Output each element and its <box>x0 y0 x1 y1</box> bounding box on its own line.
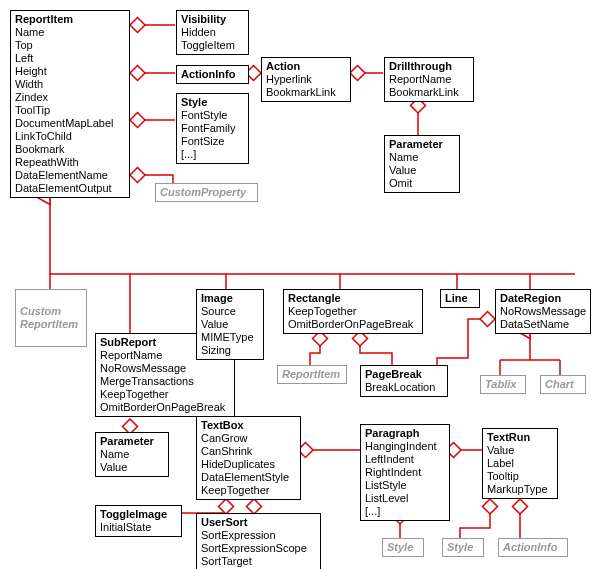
field: Omit <box>389 177 455 190</box>
class-textbox: TextBox CanGrow CanShrink HideDuplicates… <box>196 416 301 500</box>
class-chart: Chart <box>540 375 586 394</box>
field: Top <box>15 39 125 52</box>
field: Tooltip <box>487 470 553 483</box>
field: Label <box>487 457 553 470</box>
class-title: Visibility <box>181 13 244 26</box>
field: OmitBorderOnPageBreak <box>288 318 418 331</box>
class-tablix: Tablix <box>480 375 526 394</box>
field: RightIndent <box>365 466 445 479</box>
field: HangingIndent <box>365 440 445 453</box>
class-title: ActionInfo <box>181 68 244 81</box>
class-drillthrough: Drillthrough ReportName BookmarkLink <box>384 57 474 102</box>
class-reportitem: ReportItem Name Top Left Height Width Zi… <box>10 10 130 198</box>
class-title: ReportItem <box>282 368 342 381</box>
field: SortExpressionScope <box>201 542 316 555</box>
class-title: Paragraph <box>365 427 445 440</box>
class-textrun: TextRun Value Label Tooltip MarkupType <box>482 428 558 499</box>
field: NoRowsMessage <box>500 305 586 318</box>
field: Hidden <box>181 26 244 39</box>
field: SortTarget <box>201 555 316 568</box>
field: ListStyle <box>365 479 445 492</box>
class-title: Action <box>266 60 346 73</box>
class-title: Parameter <box>100 435 164 448</box>
class-title: Line <box>445 292 475 305</box>
field: Width <box>15 78 125 91</box>
class-title: Parameter <box>389 138 455 151</box>
class-usersort: UserSort SortExpression SortExpressionSc… <box>196 513 321 569</box>
class-actioninfo-ref: ActionInfo <box>498 538 568 557</box>
field: DataElementName <box>15 169 125 182</box>
class-actioninfo: ActionInfo <box>176 65 249 84</box>
field: Value <box>487 444 553 457</box>
field: Left <box>15 52 125 65</box>
class-title: ToggleImage <box>100 508 177 521</box>
field: BookmarkLink <box>266 86 346 99</box>
class-style-ref2: Style <box>442 538 484 557</box>
class-title: Tablix <box>485 378 521 391</box>
field: Source <box>201 305 259 318</box>
class-visibility: Visibility Hidden ToggleItem <box>176 10 249 55</box>
field: MIMEType <box>201 331 259 344</box>
field: MergeTransactions <box>100 375 230 388</box>
class-style: Style FontStyle FontFamily FontSize [...… <box>176 93 249 164</box>
class-line: Line <box>440 289 480 308</box>
field: InitialState <box>100 521 177 534</box>
field: NoRowsMessage <box>100 362 230 375</box>
field: DataElementStyle <box>201 471 296 484</box>
field: ListLevel <box>365 492 445 505</box>
field: DocumentMapLabel <box>15 117 125 130</box>
field: MarkupType <box>487 483 553 496</box>
class-image: Image Source Value MIMEType Sizing <box>196 289 264 360</box>
class-paragraph: Paragraph HangingIndent LeftIndent Right… <box>360 424 450 521</box>
field: Zindex <box>15 91 125 104</box>
field: [...] <box>365 505 445 518</box>
class-title: TextRun <box>487 431 553 444</box>
field: LeftIndent <box>365 453 445 466</box>
field: RepeathWith <box>15 156 125 169</box>
field: BreakLocation <box>365 381 443 394</box>
field: ToolTip <box>15 104 125 117</box>
field: Value <box>100 461 164 474</box>
class-title: Style <box>181 96 244 109</box>
class-title: Style <box>447 541 479 554</box>
class-reportitem-ref: ReportItem <box>277 365 347 384</box>
class-parameter-sub: Parameter Name Value <box>95 432 169 477</box>
field: Height <box>15 65 125 78</box>
field: LinkToChild <box>15 130 125 143</box>
field: Value <box>201 318 259 331</box>
class-title: ActionInfo <box>503 541 563 554</box>
field: Hyperlink <box>266 73 346 86</box>
field: ToggleItem <box>181 39 244 52</box>
field: CanShrink <box>201 445 296 458</box>
class-title: UserSort <box>201 516 316 529</box>
class-custom-reportitem: Custom ReportItem <box>15 289 87 347</box>
field: KeepTogether <box>201 484 296 497</box>
field: FontSize <box>181 135 244 148</box>
class-title: Drillthrough <box>389 60 469 73</box>
class-title: CustomProperty <box>160 186 253 199</box>
field: Value <box>389 164 455 177</box>
field: KeepTogether <box>100 388 230 401</box>
field: [...] <box>181 148 244 161</box>
class-title: DateRegion <box>500 292 586 305</box>
field: DataSetName <box>500 318 586 331</box>
class-rectangle: Rectangle KeepTogether OmitBorderOnPageB… <box>283 289 423 334</box>
class-title: Image <box>201 292 259 305</box>
class-title: Chart <box>545 378 581 391</box>
field: Bookmark <box>15 143 125 156</box>
field: BookmarkLink <box>389 86 469 99</box>
field: DataElementOutput <box>15 182 125 195</box>
class-title: Rectangle <box>288 292 418 305</box>
field: Name <box>15 26 125 39</box>
class-dateregion: DateRegion NoRowsMessage DataSetName <box>495 289 591 334</box>
class-customproperty: CustomProperty <box>155 183 258 202</box>
field: FontStyle <box>181 109 244 122</box>
field: SortExpression <box>201 529 316 542</box>
field: CanGrow <box>201 432 296 445</box>
class-title: ReportItem <box>15 13 125 26</box>
field: Name <box>100 448 164 461</box>
field: OmitBorderOnPageBreak <box>100 401 230 414</box>
field: Name <box>389 151 455 164</box>
class-action: Action Hyperlink BookmarkLink <box>261 57 351 102</box>
class-title: PageBreak <box>365 368 443 381</box>
